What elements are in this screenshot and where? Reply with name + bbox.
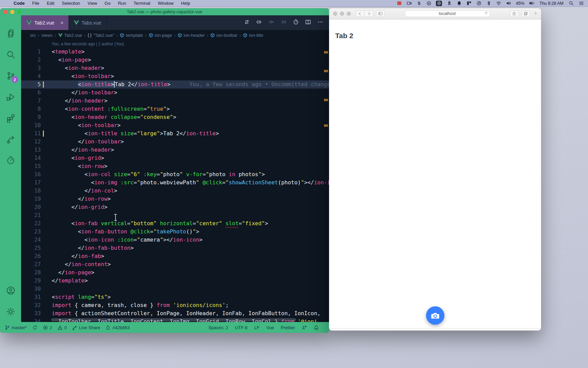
menu-item-code[interactable]: Code — [14, 1, 25, 6]
code-line-14[interactable]: 14 <ion-grid> — [21, 154, 329, 162]
status-spaces-2[interactable]: Spaces: 2 — [209, 325, 228, 330]
wifi-icon[interactable] — [496, 1, 501, 6]
menu-item-go[interactable]: Go — [104, 1, 110, 6]
tabs-overview-button[interactable] — [521, 10, 530, 17]
sidebar-item-timer[interactable] — [2, 150, 19, 171]
sidebar-toggle-button[interactable] — [376, 10, 385, 17]
code-line-32[interactable]: 32import { camera, trash, close } from '… — [21, 301, 329, 309]
code-line-20[interactable]: 20 </ion-grid> — [21, 203, 329, 211]
share-button[interactable] — [510, 10, 519, 17]
menu-item-file[interactable]: File — [32, 1, 39, 6]
code-line-24[interactable]: 24 <ion-icon :icon="camera"></ion-icon> — [21, 236, 329, 244]
breadcrumb-item-ion-title[interactable]: ›ion-title — [239, 33, 263, 38]
split-editor-icon[interactable] — [305, 19, 311, 26]
code-editor[interactable]: You, a few seconds ago | 1 author (You) … — [21, 40, 329, 322]
reload-icon[interactable] — [484, 11, 488, 16]
tab-bar-item-tab-3[interactable]: ■Tab 3 — [470, 328, 541, 331]
code-line-31[interactable]: 31<script lang="ts"> — [21, 293, 329, 301]
camera-icon[interactable] — [436, 1, 442, 6]
nav-back-icon[interactable] — [256, 19, 262, 26]
rocket-icon[interactable] — [446, 1, 452, 6]
status-live-share[interactable]: Live Share — [72, 325, 100, 330]
menu-item-run[interactable]: Run — [118, 1, 126, 6]
tab-bar-item-tab-1[interactable]: ▲Tab 1 — [329, 328, 400, 331]
window-manager-icon[interactable] — [466, 1, 472, 6]
code-line-11[interactable]: 11 <ion-title size="large">Tab 2</ion-ti… — [21, 129, 329, 138]
code-line-33[interactable]: 33import { actionSheetController, IonPag… — [21, 309, 329, 318]
menu-item-selection[interactable]: Selection — [62, 1, 80, 6]
minimize-window-button[interactable] — [340, 12, 344, 16]
code-line-25[interactable]: 25 </ion-fab-button> — [21, 244, 329, 252]
forward-button[interactable] — [364, 10, 373, 17]
menubar-clock[interactable]: Thu 8:28 AM — [539, 1, 564, 6]
status-utf-8[interactable]: UTF-8 — [235, 325, 247, 330]
camera-fab-button[interactable] — [426, 306, 444, 325]
back-button[interactable] — [356, 10, 364, 17]
code-line-28[interactable]: 28 </ion-page> — [21, 269, 329, 277]
menu-item-view[interactable]: View — [87, 1, 97, 6]
code-line-21[interactable]: 21 — [21, 211, 329, 219]
close-tab-icon[interactable]: × — [61, 20, 64, 26]
tab-bar-item-tab-2[interactable]: ●Tab 2 — [400, 328, 471, 331]
zoom-window-button[interactable] — [347, 12, 351, 16]
code-line-23[interactable]: 23 <ion-fab-button @click="takePhoto()"> — [21, 228, 329, 236]
code-line-5[interactable]: 5 <ion-title>Tab 2</ion-title>You, a few… — [21, 80, 329, 89]
code-line-22[interactable]: 22 <ion-fab vertical="bottom" horizontal… — [21, 219, 329, 228]
code-line-9[interactable]: 9 <ion-header collapse="condense"> — [21, 113, 329, 121]
breadcrumb-item-ion-header[interactable]: ›ion-header — [174, 33, 205, 38]
sidebar-item-source-control[interactable]: 2 — [2, 65, 19, 86]
status-bell[interactable] — [314, 325, 319, 330]
close-window-button[interactable] — [333, 12, 337, 16]
status-vue[interactable]: Vue — [266, 325, 274, 330]
nav-prev-icon[interactable] — [268, 19, 274, 26]
breadcrumb-item--tab2-vue-[interactable]: ›{ }"Tab2.vue" — [84, 33, 114, 38]
breadcrumb-item-ion-toolbar[interactable]: ›ion-toolbar — [207, 33, 238, 38]
nav-next-icon[interactable] — [281, 19, 287, 26]
film-icon[interactable] — [396, 1, 402, 6]
sidebar-item-search[interactable] — [2, 44, 19, 65]
code-line-16[interactable]: 16 <ion-col size="6" :key="photo" v-for=… — [21, 170, 329, 179]
codelens-annotation[interactable]: You, a few seconds ago | 1 author (You) — [52, 42, 124, 46]
status-lf[interactable]: LF — [254, 325, 259, 330]
menu-item-window[interactable]: Window — [158, 1, 174, 6]
breadcrumb-item-src[interactable]: src — [30, 33, 36, 38]
code-line-26[interactable]: 26 </ion-fab> — [21, 252, 329, 260]
code-line-29[interactable]: 29</template> — [21, 277, 329, 285]
code-line-17[interactable]: 17 <ion-img :src="photo.webviewPath" @cl… — [21, 179, 329, 187]
status-feedback[interactable] — [302, 325, 307, 330]
code-line-8[interactable]: 8 <ion-content :fullscreen="true"> — [21, 105, 329, 113]
horizontal-scrollbar[interactable] — [51, 318, 296, 321]
menu-item-terminal[interactable]: Terminal — [134, 1, 150, 6]
disc-icon[interactable] — [476, 1, 481, 6]
status-#42b883[interactable]: #42b883 — [105, 325, 130, 330]
code-line-4[interactable]: 4 <ion-toolbar> — [21, 72, 329, 80]
breadcrumb-item-template[interactable]: ›template — [116, 33, 143, 38]
status-2[interactable]: 2 — [43, 325, 52, 330]
spotlight-search-icon[interactable] — [568, 1, 574, 6]
code-line-13[interactable]: 13 </ion-header> — [21, 146, 329, 154]
sidebar-item-accounts[interactable] — [2, 280, 19, 301]
shortcuts-s-icon[interactable]: S — [416, 1, 422, 6]
sidebar-item-live-share[interactable] — [2, 128, 19, 150]
sidebar-item-extensions[interactable] — [2, 107, 19, 128]
vscode-titlebar[interactable]: Tab2.vue — photo-gallery-capacitor-vue — [0, 8, 329, 15]
code-line-2[interactable]: 2 <ion-page> — [21, 56, 329, 64]
tab-tab2-vue[interactable]: Tab2.vue× — [21, 15, 68, 30]
address-bar[interactable]: localhost — [405, 10, 490, 17]
sidebar-item-explorer[interactable] — [2, 23, 19, 44]
menu-item-help[interactable]: Help — [181, 1, 190, 6]
code-line-27[interactable]: 27 </ion-content> — [21, 260, 329, 269]
breadcrumb-item-tab2-vue[interactable]: ›Tab2.vue — [54, 33, 82, 38]
status-prettier[interactable]: Prettier — [281, 325, 295, 330]
status-master-[interactable]: master* — [5, 325, 27, 330]
code-line-30[interactable]: 30 — [21, 285, 329, 293]
code-line-15[interactable]: 15 <ion-row> — [21, 162, 329, 170]
code-line-7[interactable]: 7 </ion-header> — [21, 97, 329, 105]
bluetooth-icon[interactable] — [486, 1, 491, 6]
tab-tabs-vue[interactable]: Tabs.vue — [68, 15, 107, 30]
code-line-12[interactable]: 12 </ion-toolbar> — [21, 138, 329, 146]
code-line-10[interactable]: 10 <ion-toolbar> — [21, 121, 329, 129]
breadcrumb-item-views[interactable]: ›views — [38, 33, 52, 38]
sidebar-item-run-debug[interactable] — [2, 86, 19, 107]
code-line-6[interactable]: 6 </ion-toolbar> — [21, 89, 329, 97]
